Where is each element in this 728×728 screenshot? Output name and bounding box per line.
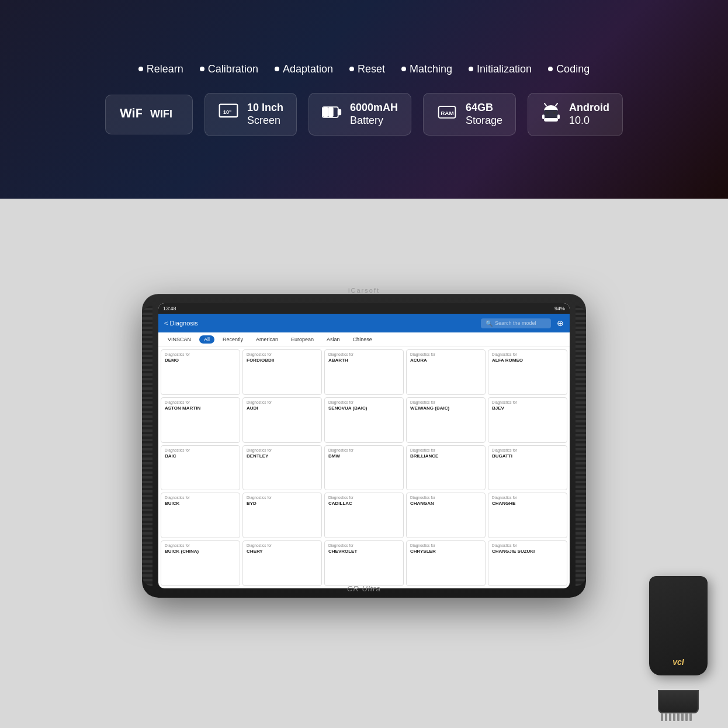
car-label: Diagnostics for — [492, 543, 563, 547]
car-name: ACURA — [410, 358, 481, 363]
filter-tab-european[interactable]: European — [286, 335, 318, 344]
obd-dongle: vcI — [640, 576, 716, 693]
car-label: Diagnostics for — [410, 543, 481, 547]
feature-label: Coding — [556, 63, 590, 75]
svg-text:WiFi: WiFi — [120, 106, 142, 120]
car-label: Diagnostics for — [247, 352, 318, 356]
back-button[interactable]: < Diagnosis — [164, 320, 198, 327]
car-brand-card[interactable]: Diagnostics for BUGATTI — [488, 445, 567, 491]
car-brand-card[interactable]: Diagnostics for ABARTH — [324, 349, 404, 395]
car-name: BUGATTI — [492, 453, 563, 459]
car-brand-card[interactable]: Diagnostics for WEIWANG (BAIC) — [406, 397, 486, 443]
filter-tab-american[interactable]: American — [251, 335, 283, 344]
car-label: Diagnostics for — [247, 495, 318, 500]
feature-item-coding: Coding — [548, 63, 590, 75]
car-name: BMW — [328, 453, 400, 459]
car-label: Diagnostics for — [328, 543, 400, 547]
tablet-brand-label: iCarsoft — [348, 287, 380, 294]
car-label: Diagnostics for — [328, 448, 400, 452]
car-brand-card[interactable]: Diagnostics for CHANGJIE SUZUKI — [488, 540, 567, 586]
car-brand-card[interactable]: Diagnostics for CHERY — [242, 540, 322, 586]
car-label: Diagnostics for — [410, 400, 481, 404]
car-label: Diagnostics for — [410, 495, 481, 500]
dongle-logo: vcI — [672, 657, 684, 667]
search-placeholder: Search the model — [495, 320, 536, 326]
car-label: Diagnostics for — [247, 400, 318, 404]
car-name: ABARTH — [328, 358, 400, 363]
spec-card-screen: 10" 10 Inch Screen — [204, 93, 297, 136]
feature-dot — [401, 67, 406, 71]
spec-sub: 10.0 — [569, 115, 609, 127]
spec-title: 6000mAH — [350, 102, 398, 115]
svg-rect-18 — [544, 118, 558, 122]
car-name: CHANGHE — [492, 501, 563, 507]
car-label: Diagnostics for — [492, 448, 563, 452]
status-battery: 94% — [554, 306, 565, 311]
filter-tab-chinese[interactable]: Chinese — [348, 335, 377, 344]
car-brand-card[interactable]: Diagnostics for AUDI — [242, 397, 322, 443]
car-brand-card[interactable]: Diagnostics for BJEV — [488, 397, 567, 443]
car-name: BUICK — [165, 501, 236, 507]
filter-tab-all[interactable]: All — [199, 335, 214, 344]
car-brand-card[interactable]: Diagnostics for BRILLIANCE — [406, 445, 486, 491]
car-name: CHEVROLET — [328, 549, 400, 554]
spec-title: Android — [569, 102, 609, 115]
feature-item-calibration: Calibration — [200, 63, 258, 75]
svg-text:RAM: RAM — [441, 109, 454, 116]
car-brand-card[interactable]: Diagnostics for CHEVROLET — [324, 540, 404, 586]
filter-tab-vinscan[interactable]: VINSCAN — [163, 335, 196, 344]
car-label: Diagnostics for — [247, 543, 318, 547]
search-box[interactable]: 🔍 Search the model — [481, 318, 551, 328]
car-name: BENTLEY — [247, 453, 318, 459]
android-icon — [541, 102, 561, 127]
home-button[interactable]: ⊕ — [557, 318, 564, 328]
feature-dot — [200, 67, 204, 71]
screen-content: 13:48 94% < Diagnosis 🔍 Search the model… — [158, 303, 570, 588]
car-brand-card[interactable]: Diagnostics for ACURA — [406, 349, 486, 395]
screen-header: < Diagnosis 🔍 Search the model ⊕ — [158, 314, 570, 332]
feature-label: Adaptation — [283, 63, 333, 75]
features-row: RelearnCalibrationAdaptationResetMatchin… — [138, 63, 590, 75]
battery-icon — [322, 103, 342, 126]
car-label: Diagnostics for — [328, 495, 400, 500]
car-brand-card[interactable]: Diagnostics for FORD/OBDII — [242, 349, 322, 395]
dongle-connector — [658, 690, 699, 713]
car-brand-card[interactable]: Diagnostics for ALFA ROMEO — [488, 349, 567, 395]
car-label: Diagnostics for — [328, 400, 400, 404]
car-label: Diagnostics for — [165, 543, 236, 547]
car-brand-card[interactable]: Diagnostics for BMW — [324, 445, 404, 491]
filter-tab-asian[interactable]: Asian — [322, 335, 345, 344]
feature-dot — [275, 67, 279, 71]
car-name: SENOVUA (BAIC) — [328, 405, 400, 411]
spec-sub: Screen — [247, 115, 283, 127]
car-brand-card[interactable]: Diagnostics for CADILLAC — [324, 493, 404, 538]
car-brand-card[interactable]: Diagnostics for BAIC — [161, 445, 240, 491]
feature-item-initialization: Initialization — [469, 63, 532, 75]
car-brand-card[interactable]: Diagnostics for ASTON MARTIN — [161, 397, 240, 443]
car-label: Diagnostics for — [165, 400, 236, 404]
car-name: AUDI — [247, 405, 318, 411]
car-brand-card[interactable]: Diagnostics for CHANGHE — [488, 493, 567, 538]
car-brand-card[interactable]: Diagnostics for SENOVUA (BAIC) — [324, 397, 404, 443]
car-name: BUICK (CHINA) — [165, 549, 236, 554]
feature-dot — [548, 67, 553, 71]
car-label: Diagnostics for — [410, 448, 481, 452]
feature-label: Reset — [358, 63, 385, 75]
svg-rect-17 — [557, 115, 560, 119]
car-brand-card[interactable]: Diagnostics for CHRYSLER — [406, 540, 486, 586]
car-brand-card[interactable]: Diagnostics for BYD — [242, 493, 322, 538]
car-label: Diagnostics for — [165, 495, 236, 500]
filter-tab-recently[interactable]: Recently — [218, 335, 248, 344]
feature-item-reset: Reset — [349, 63, 385, 75]
status-time: 13:48 — [163, 306, 176, 311]
spec-card-battery: 6000mAH Battery — [308, 93, 411, 136]
car-name: BRILLIANCE — [410, 453, 481, 459]
car-brand-card[interactable]: Diagnostics for BENTLEY — [242, 445, 322, 491]
car-brand-card[interactable]: Diagnostics for BUICK — [161, 493, 240, 538]
feature-label: Initialization — [477, 63, 532, 75]
car-brand-grid: Diagnostics for DEMO Diagnostics for FOR… — [158, 347, 570, 588]
car-brand-card[interactable]: Diagnostics for BUICK (CHINA) — [161, 540, 240, 586]
tablet-body: iCarsoft 13:48 94% < Diagnosis 🔍 — [142, 294, 586, 598]
car-brand-card[interactable]: Diagnostics for DEMO — [161, 349, 240, 395]
car-brand-card[interactable]: Diagnostics for CHANGAN — [406, 493, 486, 538]
